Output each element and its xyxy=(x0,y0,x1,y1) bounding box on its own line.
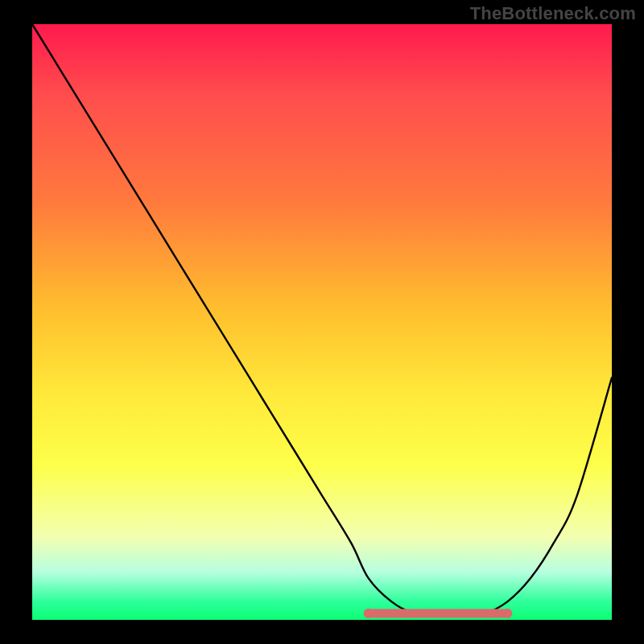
plot-area xyxy=(32,24,612,620)
flat-segment-cap-left xyxy=(364,609,374,618)
chart-frame: TheBottleneck.com xyxy=(0,0,644,644)
bottleneck-curve xyxy=(32,24,612,620)
curve-path xyxy=(32,24,612,614)
attribution-text: TheBottleneck.com xyxy=(470,3,636,24)
flat-segment-cap-right xyxy=(502,609,512,618)
